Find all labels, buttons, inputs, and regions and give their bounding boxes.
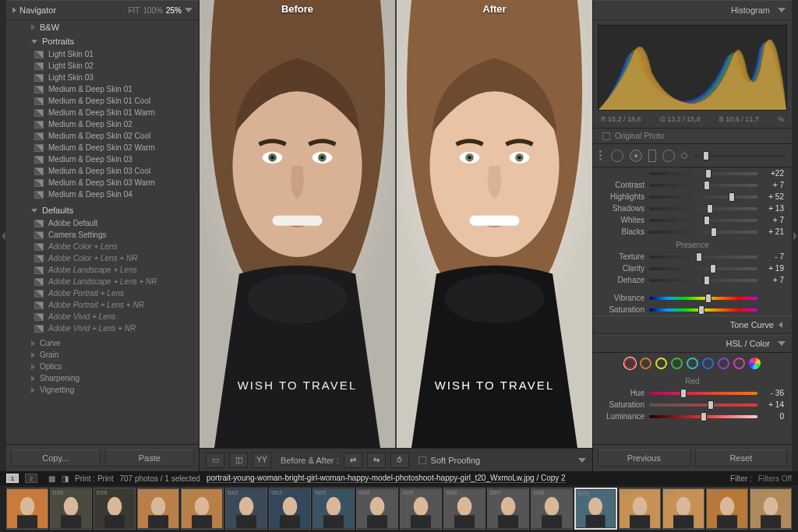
zoom-dropdown-icon[interactable] bbox=[185, 8, 192, 12]
preset-group-bw[interactable]: B&W bbox=[6, 20, 199, 34]
slider-track[interactable] bbox=[649, 184, 757, 187]
preset-item[interactable]: Medium & Deep Skin 03 Warm bbox=[34, 177, 199, 188]
thumbnail[interactable]: S63 bbox=[269, 488, 311, 530]
preset-item[interactable]: Medium & Deep Skin 03 Cool bbox=[34, 165, 199, 177]
right-edge-expand[interactable] bbox=[792, 0, 798, 471]
hsl-color-0[interactable] bbox=[624, 358, 636, 369]
preset-item[interactable]: Light Skin 01 bbox=[34, 48, 199, 60]
compare-icon[interactable]: ◨ bbox=[62, 474, 69, 483]
preset-item[interactable]: Adobe Landscape + Lens bbox=[34, 264, 199, 276]
slider-track[interactable] bbox=[649, 308, 757, 312]
preset-item[interactable]: Adobe Vivid + Lens bbox=[34, 311, 199, 322]
slider-track[interactable] bbox=[649, 172, 757, 175]
slider-track[interactable] bbox=[649, 392, 757, 395]
previous-button[interactable]: Previous bbox=[598, 449, 690, 467]
histogram-header[interactable]: Histogram bbox=[593, 0, 792, 20]
slider-track[interactable] bbox=[649, 231, 757, 234]
thumbnail[interactable]: S57 bbox=[6, 488, 48, 530]
hsl-color-all[interactable] bbox=[749, 358, 761, 369]
page-1[interactable]: 1 bbox=[6, 474, 19, 483]
thumbnail[interactable]: S73 bbox=[706, 488, 748, 530]
preset-item[interactable]: Adobe Default bbox=[34, 217, 199, 229]
zoom-100[interactable]: 100% bbox=[143, 6, 163, 15]
slider-knob[interactable] bbox=[701, 412, 707, 421]
thumbnail[interactable]: S59 bbox=[94, 488, 136, 530]
filter-value[interactable]: Filters Off bbox=[758, 474, 792, 483]
original-photo-toggle[interactable]: Original Photo bbox=[593, 128, 792, 144]
target-circle-2[interactable] bbox=[630, 150, 642, 162]
loupe-view-icon[interactable]: ▭ bbox=[206, 453, 224, 468]
preset-item[interactable]: Adobe Portrait + Lens bbox=[34, 287, 199, 299]
thumbnail[interactable]: S62 bbox=[225, 488, 267, 530]
preset-item[interactable]: Medium & Deep Skin 02 Cool bbox=[34, 130, 199, 142]
preset-group[interactable]: Vignetting bbox=[6, 384, 199, 396]
preset-item[interactable]: Medium & Deep Skin 02 bbox=[34, 118, 199, 130]
hsl-color-1[interactable] bbox=[640, 358, 651, 369]
filmstrip[interactable]: S57S58S59S60S61S62S63S63S64S65S66S67S68S… bbox=[0, 485, 798, 532]
compare-view-icon[interactable]: ◫ bbox=[229, 453, 248, 468]
soft-proofing-checkbox[interactable] bbox=[418, 456, 426, 464]
target-slider[interactable] bbox=[694, 154, 786, 157]
slider-track[interactable] bbox=[649, 207, 757, 210]
slider-knob[interactable] bbox=[680, 389, 687, 398]
paste-button[interactable]: Paste bbox=[105, 449, 195, 467]
slider-track[interactable] bbox=[649, 219, 757, 222]
preset-group-defaults[interactable]: Defaults bbox=[6, 203, 199, 217]
slider-knob[interactable] bbox=[711, 227, 717, 237]
preset-item[interactable]: Adobe Color + Lens + NR bbox=[34, 252, 199, 264]
preset-item[interactable]: Medium & Deep Skin 02 Warm bbox=[34, 142, 199, 153]
preset-group[interactable]: Optics bbox=[6, 361, 199, 372]
preset-item[interactable]: Adobe Color + Lens bbox=[34, 241, 199, 252]
slider-knob[interactable] bbox=[729, 192, 735, 202]
thumbnail[interactable]: S65 bbox=[400, 488, 442, 530]
preset-group[interactable]: Sharpening bbox=[6, 372, 199, 384]
tone-curve-header[interactable]: Tone Curve bbox=[593, 315, 792, 334]
zoom-25[interactable]: 25% bbox=[166, 6, 182, 15]
thumbnail[interactable]: S66 bbox=[443, 488, 486, 530]
preset-group-portraits[interactable]: Portraits bbox=[6, 34, 199, 48]
preset-item[interactable]: Medium & Deep Skin 03 bbox=[34, 153, 199, 165]
preset-item[interactable]: Medium & Deep Skin 01 bbox=[34, 83, 199, 95]
page-2[interactable]: 2 bbox=[25, 474, 37, 483]
thumbnail[interactable]: S61 bbox=[181, 488, 223, 530]
slider-knob[interactable] bbox=[710, 264, 716, 273]
hsl-header[interactable]: HSL / Color bbox=[593, 334, 792, 353]
after-image[interactable]: WISH TO TRAVEL After bbox=[397, 0, 592, 448]
target-circle-4[interactable] bbox=[681, 153, 687, 159]
preset-group[interactable]: Curve bbox=[6, 337, 199, 349]
preset-item[interactable]: Adobe Portrait + Lens + NR bbox=[34, 299, 199, 311]
thumbnail[interactable]: S72 bbox=[662, 488, 704, 530]
target-rect[interactable] bbox=[648, 150, 656, 162]
slider-knob[interactable] bbox=[705, 169, 711, 178]
thumbnail[interactable]: S67 bbox=[487, 488, 529, 530]
slider-knob[interactable] bbox=[696, 252, 702, 262]
thumbnail[interactable]: S64 bbox=[356, 488, 398, 530]
preset-item[interactable]: Light Skin 03 bbox=[34, 72, 199, 83]
slider-knob[interactable] bbox=[704, 276, 710, 285]
target-picker-icon[interactable] bbox=[599, 150, 602, 160]
slider-track[interactable] bbox=[649, 267, 757, 270]
preset-group[interactable]: Grain bbox=[6, 349, 199, 361]
slider-track[interactable] bbox=[649, 297, 757, 300]
thumbnail[interactable]: S70 bbox=[574, 488, 616, 530]
copy-button[interactable]: Copy... bbox=[11, 449, 101, 467]
preset-item[interactable]: Light Skin 02 bbox=[34, 60, 199, 72]
hsl-color-7[interactable] bbox=[733, 358, 745, 369]
grid-icon[interactable]: ▦ bbox=[48, 474, 55, 483]
hsl-color-6[interactable] bbox=[718, 358, 729, 369]
slider-track[interactable] bbox=[649, 403, 757, 407]
target-circle-1[interactable] bbox=[611, 150, 623, 162]
thumbnail[interactable]: S71 bbox=[619, 488, 661, 530]
histogram-display[interactable] bbox=[598, 25, 787, 111]
zoom-fit[interactable]: FIT bbox=[128, 6, 139, 15]
target-circle-3[interactable] bbox=[662, 150, 675, 162]
slider-knob[interactable] bbox=[707, 204, 713, 213]
slider-track[interactable] bbox=[649, 255, 757, 259]
preset-item[interactable]: Camera Settings bbox=[34, 229, 199, 241]
slider-knob[interactable] bbox=[704, 181, 710, 190]
slider-track[interactable] bbox=[649, 415, 757, 418]
thumbnail[interactable]: S58 bbox=[50, 488, 92, 530]
hsl-color-5[interactable] bbox=[702, 358, 714, 369]
hsl-color-2[interactable] bbox=[655, 358, 667, 369]
slider-track[interactable] bbox=[649, 279, 757, 282]
